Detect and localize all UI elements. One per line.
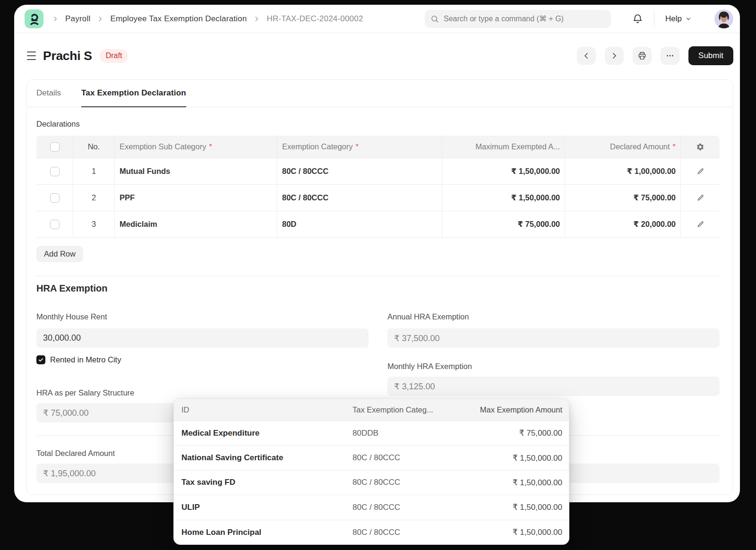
tab-tax-exemption-declaration[interactable]: Tax Exemption Declaration bbox=[81, 88, 186, 107]
tab-details[interactable]: Details bbox=[36, 88, 61, 107]
monthly-house-rent-label: Monthly House Rent bbox=[36, 312, 369, 321]
navbar: Payroll Employee Tax Exemption Declarati… bbox=[14, 5, 740, 33]
declarations-table: No. Exemption Sub Category* Exemption Ca… bbox=[36, 136, 720, 238]
dropdown-option[interactable]: ULIP 80C / 80CCC ₹ 1,50,000.00 bbox=[174, 495, 569, 520]
submit-button[interactable]: Submit bbox=[688, 46, 733, 65]
select-all-checkbox[interactable] bbox=[50, 142, 60, 152]
monthly-hra-exemption-label: Monthly HRA Exemption bbox=[387, 361, 720, 371]
monthly-house-rent-input[interactable]: 30,000.00 bbox=[36, 328, 369, 348]
page-head: Prachi S Draft Submit bbox=[14, 43, 740, 69]
row-checkbox[interactable] bbox=[50, 220, 60, 229]
edit-row-button[interactable] bbox=[680, 185, 720, 211]
dropdown-header-row: ID Tax Exemption Categ... Max Exemption … bbox=[174, 399, 569, 421]
chevron-right-icon bbox=[253, 16, 260, 22]
annual-hra-exemption-label: Annual HRA Exemption bbox=[387, 312, 720, 321]
pencil-icon bbox=[696, 167, 704, 175]
print-button[interactable] bbox=[633, 47, 652, 65]
col-declared-amount: Declared Amount* bbox=[565, 136, 680, 158]
table-row[interactable]: 3 Mediclaim 80D ₹ 75,000.00 ₹ 20,000.00 bbox=[36, 211, 720, 238]
dropdown-option[interactable]: Tax saving FD 80C / 80CCC ₹ 1,50,000.00 bbox=[174, 471, 569, 495]
chevron-right-icon bbox=[97, 16, 103, 22]
col-sub-category: Exemption Sub Category* bbox=[114, 136, 277, 158]
breadcrumb-payroll[interactable]: Payroll bbox=[65, 14, 90, 24]
table-row[interactable]: 1 Mutual Funds 80C / 80CCC ₹ 1,50,000.00… bbox=[36, 158, 720, 185]
add-row-button[interactable]: Add Row bbox=[36, 246, 83, 262]
edit-row-button[interactable] bbox=[680, 211, 720, 237]
breadcrumb-docname[interactable]: HR-TAX-DEC-2024-00002 bbox=[266, 14, 363, 24]
checkbox-checked-icon[interactable] bbox=[36, 355, 45, 364]
table-settings-button[interactable] bbox=[680, 136, 720, 158]
dropdown-option[interactable]: Medical Expenditure 80DDB ₹ 75,000.00 bbox=[174, 421, 569, 446]
form-tabs: Details Tax Exemption Declaration bbox=[27, 80, 733, 107]
search-input[interactable]: Search or type a command (⌘ + G) bbox=[425, 10, 611, 28]
col-max-exemption-amount: Max Exemption Amount bbox=[457, 405, 569, 414]
avatar[interactable] bbox=[714, 9, 733, 28]
more-actions-button[interactable] bbox=[661, 47, 679, 65]
tax-category-dropdown: ID Tax Exemption Categ... Max Exemption … bbox=[173, 398, 569, 545]
next-document-button[interactable] bbox=[605, 47, 624, 65]
col-max-exempted: Maximum Exempted A... bbox=[442, 136, 565, 158]
table-header-row: No. Exemption Sub Category* Exemption Ca… bbox=[36, 136, 720, 158]
dropdown-option[interactable]: National Saving Certificate 80C / 80CCC … bbox=[174, 446, 569, 470]
section-divider bbox=[36, 276, 720, 276]
declarations-section-label: Declarations bbox=[36, 120, 720, 129]
help-label: Help bbox=[665, 14, 682, 24]
menu-icon[interactable] bbox=[27, 52, 36, 60]
navbar-divider bbox=[654, 11, 654, 27]
row-checkbox[interactable] bbox=[50, 193, 60, 203]
breadcrumb-doctype[interactable]: Employee Tax Exemption Declaration bbox=[110, 14, 247, 24]
prev-document-button[interactable] bbox=[577, 47, 596, 65]
rented-in-metro-city-label: Rented in Metro City bbox=[50, 355, 121, 364]
dropdown-option[interactable]: Home Loan Principal 80C / 80CCC ₹ 1,50,0… bbox=[174, 520, 569, 545]
pencil-icon bbox=[696, 220, 704, 228]
monthly-hra-exemption-input[interactable]: ₹ 3,125.00 bbox=[387, 377, 720, 396]
hra-salary-structure-label: HRA as per Salary Structure bbox=[36, 388, 369, 397]
search-placeholder: Search or type a command (⌘ + G) bbox=[444, 14, 564, 23]
edit-row-button[interactable] bbox=[680, 158, 720, 184]
chevron-right-icon bbox=[52, 16, 59, 22]
rented-in-metro-city-checkbox[interactable]: Rented in Metro City bbox=[36, 355, 369, 364]
status-badge: Draft bbox=[100, 49, 129, 63]
annual-hra-exemption-input[interactable]: ₹ 37,500.00 bbox=[387, 328, 720, 348]
hra-section-heading: HRA Exemption bbox=[36, 282, 720, 294]
app-logo-icon[interactable] bbox=[25, 9, 43, 28]
pencil-icon bbox=[696, 194, 704, 202]
col-no: No. bbox=[73, 136, 114, 158]
row-checkbox[interactable] bbox=[50, 167, 60, 176]
page-title: Prachi S bbox=[43, 49, 92, 63]
bell-icon[interactable] bbox=[632, 13, 643, 24]
chevron-down-icon bbox=[685, 16, 692, 22]
col-tax-exemption-category: Tax Exemption Categ... bbox=[352, 405, 457, 414]
col-id: ID bbox=[174, 405, 352, 414]
table-row[interactable]: 2 PPF 80C / 80CCC ₹ 1,50,000.00 ₹ 75,000… bbox=[36, 185, 720, 211]
help-menu[interactable]: Help bbox=[665, 14, 692, 24]
col-category: Exemption Category* bbox=[277, 136, 442, 158]
gear-icon bbox=[696, 143, 704, 151]
